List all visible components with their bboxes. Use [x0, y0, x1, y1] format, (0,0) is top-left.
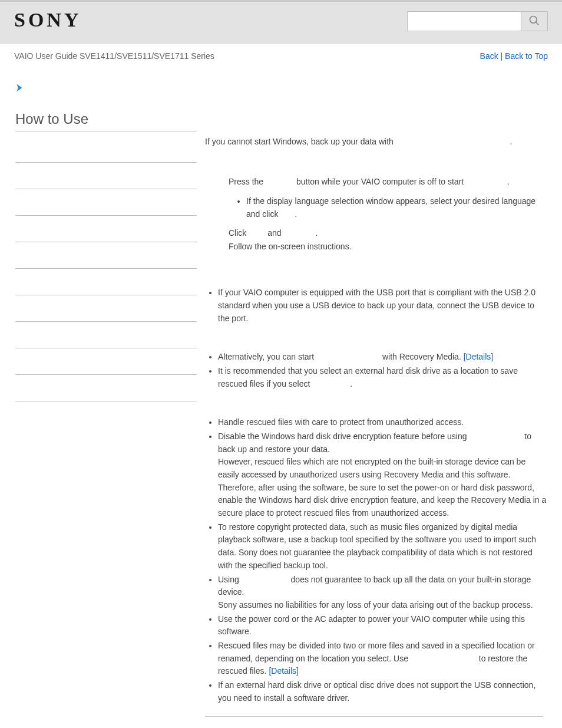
hint-3: It is recommended that you select an ext… [218, 365, 548, 390]
step-1: Press the button while your VAIO compute… [229, 176, 548, 221]
sidebar-item[interactable] [15, 242, 197, 269]
step-2: Click and . [229, 227, 548, 240]
sidebar-item[interactable] [15, 322, 197, 348]
search-input[interactable] [407, 11, 521, 31]
main-content: If you cannot start Windows, back up you… [197, 94, 548, 728]
note-1: Handle rescued files with care to protec… [218, 416, 548, 429]
note-5: Use the power cord or the AC adapter to … [218, 613, 548, 638]
notes-list: Handle rescued files with care to protec… [205, 416, 548, 704]
back-to-top-link[interactable]: Back to Top [505, 51, 548, 61]
sidebar-item[interactable] [15, 163, 197, 189]
sidebar: How to Use [15, 94, 197, 728]
hint-1: If your VAIO computer is equipped with t… [218, 286, 548, 325]
hint-list-1: If your VAIO computer is equipped with t… [205, 286, 548, 325]
svg-line-1 [536, 22, 539, 25]
note-6: Rescued files may be divided into two or… [218, 640, 548, 678]
subheader: VAIO User Guide SVE1411/SVE1511/SVE1711 … [0, 44, 562, 65]
note-2: Disable the Windows hard disk drive encr… [218, 430, 548, 520]
back-link[interactable]: Back [480, 51, 498, 61]
sidebar-item[interactable] [15, 136, 197, 163]
header: SONY [0, 0, 562, 44]
step-3: Follow the on-screen instructions. [229, 241, 548, 253]
search-button[interactable] [521, 11, 548, 31]
hint-2: Alternatively, you can start with Recove… [218, 351, 548, 364]
nav-separator: | [498, 51, 505, 61]
sidebar-item[interactable] [15, 269, 197, 295]
search-box [407, 11, 548, 31]
sidebar-item[interactable] [15, 348, 197, 375]
note-7: If an external hard disk drive or optica… [218, 679, 548, 704]
logo: SONY [14, 9, 81, 31]
details-link[interactable]: [Details] [269, 666, 299, 676]
details-link[interactable]: [Details] [464, 352, 494, 361]
footer-rule [205, 716, 543, 717]
sidebar-item[interactable] [15, 375, 197, 401]
note-3: To restore copyright protected data, suc… [218, 521, 548, 572]
search-icon [528, 15, 540, 28]
step-1-sub: If the display language selection window… [246, 195, 548, 220]
steps-list: Press the button while your VAIO compute… [205, 176, 548, 253]
chevron-right-icon [15, 85, 25, 94]
nav-links: Back | Back to Top [480, 51, 548, 61]
sidebar-item[interactable] [15, 295, 197, 322]
guide-title: VAIO User Guide SVE1411/SVE1511/SVE1711 … [14, 51, 214, 61]
svg-point-0 [530, 16, 537, 23]
hint-list-2: Alternatively, you can start with Recove… [205, 351, 548, 390]
sidebar-item[interactable] [15, 189, 197, 216]
sidebar-title: How to Use [15, 111, 197, 131]
intro-text: If you cannot start Windows, back up you… [205, 136, 548, 149]
sidebar-item[interactable] [15, 216, 197, 242]
breadcrumb-chevron[interactable] [15, 83, 562, 94]
note-4: Using does not guarantee to back up all … [218, 574, 548, 612]
